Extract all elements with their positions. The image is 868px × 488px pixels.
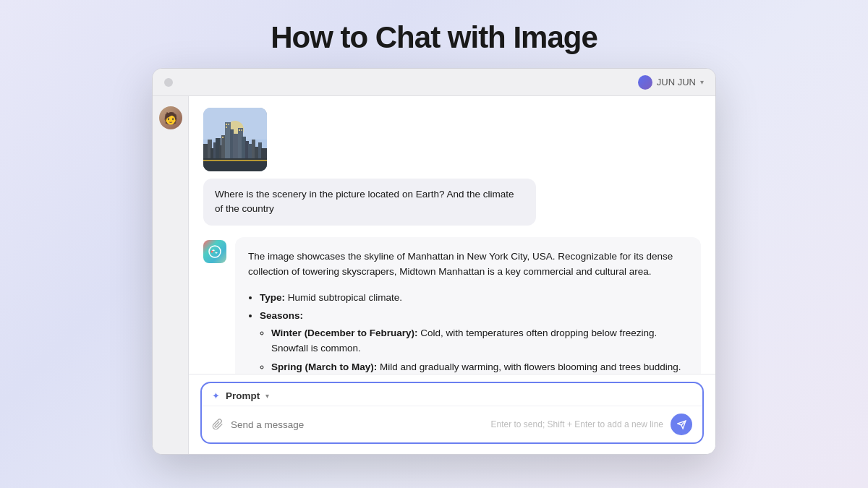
chat-area: 🧑: [153, 96, 715, 454]
traffic-light-icon: [164, 78, 173, 87]
svg-rect-27: [241, 129, 242, 131]
sidebar: 🧑: [153, 96, 189, 454]
ai-type-label: Type:: [260, 292, 285, 303]
ai-spring-label: Spring (March to May):: [271, 361, 377, 372]
prompt-chevron-icon: ▾: [265, 392, 269, 400]
message-input[interactable]: [231, 419, 484, 430]
send-button[interactable]: [671, 414, 692, 435]
svg-rect-24: [228, 124, 229, 125]
svg-point-32: [217, 250, 219, 252]
ai-intro-text: The image showcases the skyline of Manha…: [248, 249, 688, 280]
ai-avatar: [203, 240, 226, 263]
messages-container: Where is the scenery in the picture loca…: [189, 96, 715, 374]
image-preview: [203, 108, 267, 171]
ai-seasons-sublist: Winter (December to February): Cold, wit…: [260, 325, 688, 374]
svg-rect-26: [239, 129, 240, 131]
svg-rect-22: [203, 160, 267, 161]
chevron-down-icon: ▾: [700, 78, 704, 86]
ai-message-row: The image showcases the skyline of Manha…: [203, 237, 701, 374]
page-title: How to Chat with Image: [271, 0, 597, 68]
svg-rect-23: [226, 124, 227, 125]
ai-spring-item: Spring (March to May): Mild and graduall…: [271, 359, 688, 374]
attach-button[interactable]: [212, 419, 224, 430]
input-box[interactable]: ✦ Prompt ▾ Enter to send; Shift + Enter …: [200, 382, 704, 444]
ai-type-value: Humid subtropical climate.: [288, 292, 402, 303]
user-message-block: Where is the scenery in the picture loca…: [203, 108, 701, 226]
user-avatar: 🧑: [159, 106, 182, 129]
svg-rect-28: [222, 137, 224, 138]
user-avatar-dot: [638, 75, 652, 90]
ai-seasons-label: Seasons:: [260, 310, 303, 321]
ai-seasons-item: Seasons: Winter (December to February): …: [260, 308, 688, 374]
user-message-text: Where is the scenery in the picture loca…: [203, 179, 536, 226]
input-area: ✦ Prompt ▾ Enter to send; Shift + Enter …: [189, 374, 715, 454]
sparkle-icon: ✦: [212, 390, 220, 401]
ai-spring-text: Mild and gradually warming, with flowers…: [380, 361, 681, 372]
svg-rect-25: [226, 127, 227, 128]
user-label: JUN JUN: [657, 77, 696, 87]
input-bottom-bar: Enter to send; Shift + Enter to add a ne…: [202, 406, 702, 442]
main-chat: Where is the scenery in the picture loca…: [189, 96, 715, 454]
svg-point-31: [214, 250, 216, 252]
ai-winter-item: Winter (December to February): Cold, wit…: [271, 325, 688, 356]
ai-type-item: Type: Humid subtropical climate.: [260, 290, 688, 306]
ai-winter-label: Winter (December to February):: [271, 328, 417, 338]
titlebar-user[interactable]: JUN JUN ▾: [638, 75, 704, 90]
prompt-label: Prompt: [226, 390, 260, 401]
titlebar-controls: [164, 78, 173, 87]
ai-climate-list: Type: Humid subtropical climate. Seasons…: [248, 290, 688, 374]
ai-message-block: The image showcases the skyline of Manha…: [235, 237, 701, 374]
input-hint: Enter to send; Shift + Enter to add a ne…: [491, 419, 663, 429]
svg-point-30: [211, 250, 213, 252]
input-top-bar[interactable]: ✦ Prompt ▾: [202, 383, 702, 406]
app-window: JUN JUN ▾ 🧑: [152, 68, 716, 455]
titlebar: JUN JUN ▾: [153, 69, 715, 96]
